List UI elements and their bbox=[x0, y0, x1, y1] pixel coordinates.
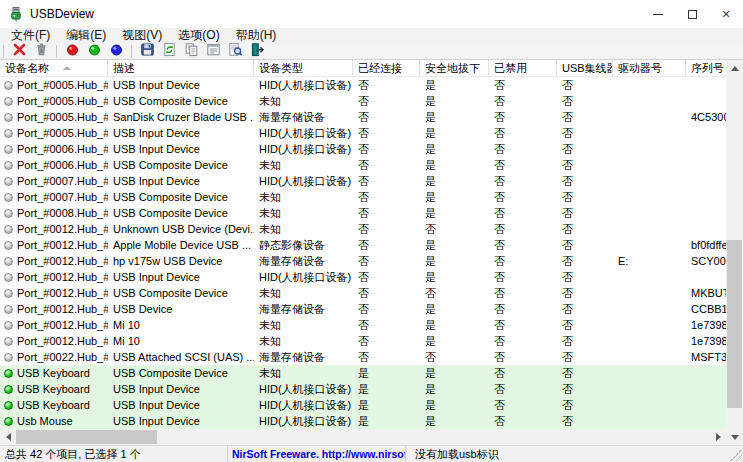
device-disconnected-icon bbox=[4, 337, 13, 346]
cell-disabled: 否 bbox=[489, 157, 557, 173]
table-row[interactable]: Port_#0012.Hub_#0...Apple Mobile Device … bbox=[0, 237, 726, 253]
cell-hub: 否 bbox=[557, 189, 613, 205]
uninstall-device-button[interactable] bbox=[11, 43, 27, 59]
column-header-0[interactable]: 设备名称 bbox=[0, 60, 108, 76]
column-header-label: 安全地拔下 bbox=[425, 61, 480, 76]
cell-desc: Mi 10 bbox=[108, 333, 254, 349]
device-name-cell: Usb Mouse bbox=[0, 413, 108, 429]
copy-icon bbox=[184, 42, 199, 61]
magnifier-icon bbox=[228, 42, 243, 61]
find-button[interactable] bbox=[227, 43, 243, 59]
cell-serial: bf0fdffe bbox=[686, 237, 726, 253]
scroll-up-icon[interactable] bbox=[726, 60, 743, 76]
table-row[interactable]: USB KeyboardUSB Composite Device未知是是否否 bbox=[0, 365, 726, 381]
column-header-2[interactable]: 设备类型 bbox=[254, 60, 353, 76]
resize-grip[interactable] bbox=[730, 449, 742, 461]
table-row[interactable]: Port_#0005.Hub_#0...SanDisk Cruzer Blade… bbox=[0, 109, 726, 125]
device-disconnected-icon bbox=[4, 177, 13, 186]
table-row[interactable]: Port_#0008.Hub_#0...USB Composite Device… bbox=[0, 205, 726, 221]
table-row[interactable]: Port_#0022.Hub_#0...USB Attached SCSI (U… bbox=[0, 349, 726, 365]
cell-safe: 是 bbox=[420, 205, 489, 221]
cell-drive bbox=[613, 93, 686, 109]
cell-drive bbox=[613, 237, 686, 253]
vertical-scrollbar[interactable] bbox=[726, 60, 743, 445]
table-row[interactable]: USB KeyboardUSB Input DeviceHID(人机接口设备)是… bbox=[0, 397, 726, 413]
properties-button[interactable] bbox=[205, 43, 221, 59]
device-connected-icon bbox=[4, 369, 13, 378]
horizontal-scrollbar[interactable] bbox=[0, 429, 726, 445]
table-row[interactable]: Port_#0012.Hub_#0...Unknown USB Device (… bbox=[0, 221, 726, 237]
table-row[interactable]: Port_#0012.Hub_#0...USB Composite Device… bbox=[0, 285, 726, 301]
cell-serial bbox=[686, 413, 726, 429]
exit-button[interactable] bbox=[249, 43, 265, 59]
cell-hub: 否 bbox=[557, 125, 613, 141]
delete-device-button[interactable] bbox=[33, 43, 49, 59]
column-header-1[interactable]: 描述 bbox=[108, 60, 254, 76]
table-row[interactable]: Port_#0007.Hub_#0...USB Composite Device… bbox=[0, 189, 726, 205]
cell-serial: 1e7398e bbox=[686, 333, 726, 349]
window-title: USBDeview bbox=[30, 7, 94, 21]
scroll-left-icon[interactable] bbox=[0, 429, 16, 445]
scroll-right-icon[interactable] bbox=[710, 429, 726, 445]
vertical-scroll-thumb[interactable] bbox=[727, 240, 742, 408]
refresh-button[interactable] bbox=[161, 43, 177, 59]
column-header-4[interactable]: 安全地拔下 bbox=[420, 60, 489, 76]
copy-button[interactable] bbox=[183, 43, 199, 59]
table-row[interactable]: Port_#0005.Hub_#0...USB Input DeviceHID(… bbox=[0, 77, 726, 93]
device-name: Port_#0005.Hub_#0... bbox=[17, 125, 108, 141]
cell-type: HID(人机接口设备) bbox=[254, 269, 353, 285]
scroll-down-icon[interactable] bbox=[726, 429, 743, 445]
cell-hub: 否 bbox=[557, 173, 613, 189]
maximize-icon[interactable] bbox=[675, 0, 709, 28]
enable-device-button[interactable] bbox=[86, 43, 102, 59]
cell-drive bbox=[613, 269, 686, 285]
cell-type: 未知 bbox=[254, 333, 353, 349]
table-row[interactable]: USB KeyboardUSB Input DeviceHID(人机接口设备)是… bbox=[0, 381, 726, 397]
column-header-7[interactable]: 驱动器号 bbox=[613, 60, 686, 76]
table-row[interactable]: Port_#0012.Hub_#0...Mi 10未知否是否否1e7398e bbox=[0, 317, 726, 333]
device-name: Port_#0007.Hub_#0... bbox=[17, 173, 108, 189]
table-row[interactable]: Port_#0006.Hub_#0...USB Input DeviceHID(… bbox=[0, 141, 726, 157]
column-header-label: 已经连接 bbox=[358, 61, 402, 76]
cell-type: 海量存储设备 bbox=[254, 109, 353, 125]
save-button[interactable] bbox=[139, 43, 155, 59]
cell-connected: 否 bbox=[353, 301, 420, 317]
column-header-3[interactable]: 已经连接 bbox=[353, 60, 420, 76]
column-header-label: 设备类型 bbox=[259, 61, 303, 76]
cell-type: 未知 bbox=[254, 221, 353, 237]
column-header-5[interactable]: 已禁用 bbox=[489, 60, 557, 76]
cell-hub: 否 bbox=[557, 253, 613, 269]
disable-device-button[interactable] bbox=[64, 43, 80, 59]
device-name: Port_#0022.Hub_#0... bbox=[17, 349, 108, 365]
horizontal-scroll-thumb[interactable] bbox=[16, 430, 157, 444]
nirsoft-link[interactable]: NirSoft Freeware. http://www.nirsoft.net bbox=[227, 446, 405, 462]
cell-connected: 否 bbox=[353, 349, 420, 365]
status-message: 没有加载usb标识 bbox=[405, 446, 743, 462]
cell-desc: USB Input Device bbox=[108, 125, 254, 141]
table-row[interactable]: Port_#0005.Hub_#0...USB Composite Device… bbox=[0, 93, 726, 109]
device-name-cell: Port_#0005.Hub_#0... bbox=[0, 77, 108, 93]
cell-desc: USB Input Device bbox=[108, 397, 254, 413]
properties-icon bbox=[206, 42, 221, 61]
table-row[interactable]: Port_#0005.Hub_#0...USB Input DeviceHID(… bbox=[0, 125, 726, 141]
column-header-6[interactable]: USB集线器 bbox=[557, 60, 613, 76]
table-row[interactable]: Port_#0012.Hub_#0...hp v175w USB Device海… bbox=[0, 253, 726, 269]
table-row[interactable]: Port_#0012.Hub_#0...Mi 10未知否是否否1e7398e bbox=[0, 333, 726, 349]
cell-drive bbox=[613, 317, 686, 333]
cell-hub: 否 bbox=[557, 333, 613, 349]
cell-disabled: 否 bbox=[489, 381, 557, 397]
column-header-8[interactable]: 序列号 bbox=[686, 60, 726, 76]
device-name: Port_#0012.Hub_#0... bbox=[17, 285, 108, 301]
table-row[interactable]: Port_#0006.Hub_#0...USB Composite Device… bbox=[0, 157, 726, 173]
device-name-cell: USB Keyboard bbox=[0, 397, 108, 413]
table-row[interactable]: Port_#0007.Hub_#0...USB Input DeviceHID(… bbox=[0, 173, 726, 189]
cell-type: HID(人机接口设备) bbox=[254, 125, 353, 141]
table-row[interactable]: Port_#0012.Hub_#0...USB Input DeviceHID(… bbox=[0, 269, 726, 285]
device-name: USB Keyboard bbox=[17, 381, 90, 397]
table-row[interactable]: Port_#0012.Hub_#0...USB Device海量存储设备否是否否… bbox=[0, 301, 726, 317]
toggle-device-button[interactable] bbox=[108, 43, 124, 59]
table-row[interactable]: Usb MouseUSB Input DeviceHID(人机接口设备)是是否否 bbox=[0, 413, 726, 429]
close-icon[interactable]: × bbox=[709, 0, 743, 28]
minimize-icon[interactable] bbox=[641, 0, 675, 28]
device-disconnected-icon bbox=[4, 321, 13, 330]
